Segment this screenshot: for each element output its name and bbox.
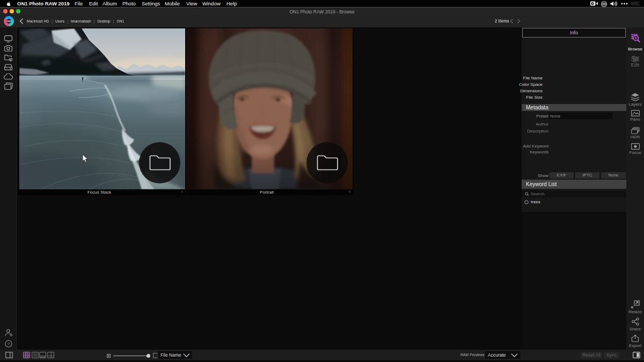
svg-text:ON1: ON1 <box>6 20 11 23</box>
svg-text:?: ? <box>8 342 10 346</box>
